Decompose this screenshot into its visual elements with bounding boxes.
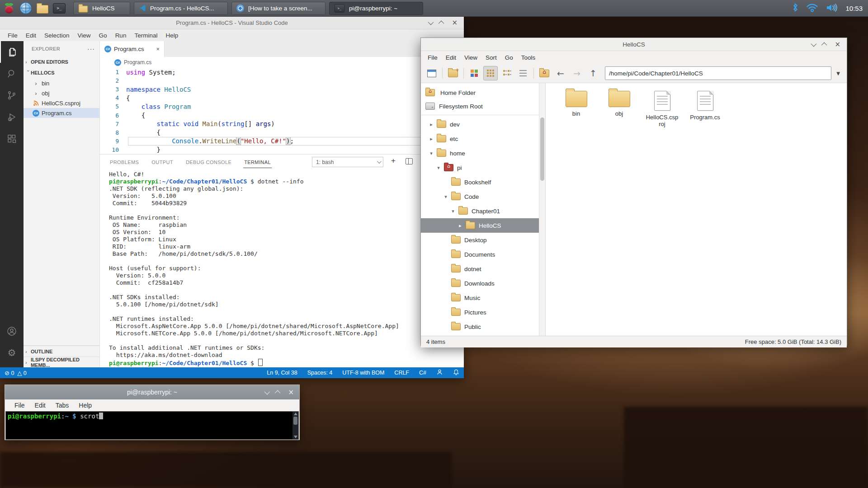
status-item[interactable]: CRLF [394,370,409,376]
fm-file-obj[interactable]: obj [598,91,641,117]
taskbar-window-vscode[interactable]: Program.cs - HelloCS... [134,2,228,15]
breadcrumb[interactable]: C# Program.cs [100,57,464,68]
scrollbar-thumb[interactable] [293,417,297,425]
taskbar-window-folder[interactable]: HelloCS [73,2,130,15]
outline-section[interactable]: ›OUTLINE [24,346,99,357]
terminal-launcher-icon[interactable] [52,1,67,15]
fm-titlebar[interactable]: HelloCS × [421,38,847,51]
code-editor[interactable]: 1using System;23namespace HelloCS4{5 cla… [100,68,464,154]
view-thumbnails-button[interactable] [467,66,481,80]
path-dropdown-button[interactable]: ▼ [833,67,843,80]
status-item[interactable]: Spaces: 4 [307,370,333,376]
view-icons-button[interactable] [483,66,498,80]
run-debug-icon[interactable] [0,106,24,128]
place-filesystem-root[interactable]: Filesystem Root [421,99,545,113]
panel-tab-problems[interactable]: PROBLEMS [109,157,140,168]
menu-item-view[interactable]: View [460,54,481,61]
panel-tab-terminal[interactable]: TERMINAL [243,157,272,168]
fm-tree-public[interactable]: Public [421,319,545,334]
tree-expander-icon[interactable]: ▸ [457,223,463,229]
tree-expander-icon[interactable]: ▸ [428,122,434,127]
menu-item-run[interactable]: Run [111,32,131,39]
clock[interactable]: 10:53 [845,5,863,12]
settings-gear-icon[interactable]: ⚙ [0,342,24,364]
menu-item-help[interactable]: Help [74,402,97,409]
fm-tree-etc[interactable]: ▸etc [421,131,545,146]
split-terminal-icon[interactable] [406,158,413,164]
menu-item-tabs[interactable]: Tabs [51,402,74,409]
tab-program-cs[interactable]: C# Program.cs × [100,41,165,57]
fm-tree-bookshelf[interactable]: Bookshelf [421,175,545,189]
fm-file-HelloCS.csproj[interactable]: HelloCS.csp roj [641,91,684,127]
back-button[interactable]: ← [553,66,568,80]
new-folder-button[interactable] [446,66,460,80]
tree-expander-icon[interactable]: ▾ [428,150,434,156]
explorer-item-obj[interactable]: ›obj [24,88,99,98]
fm-tree-code[interactable]: ▾Code [421,189,545,204]
close-icon[interactable]: × [835,42,840,46]
fm-tree-documents[interactable]: Documents [421,247,545,262]
fm-tree-music[interactable]: Music [421,291,545,305]
new-window-button[interactable] [425,66,439,80]
menu-item-go[interactable]: Go [95,32,111,39]
problems-status[interactable]: ⊘ 0 △ 0 [5,370,27,376]
fm-sidebar-scrollbar[interactable] [539,83,545,336]
web-browser-icon[interactable] [18,1,33,15]
explorer-icon[interactable] [0,41,24,63]
menu-item-terminal[interactable]: Terminal [130,32,161,39]
scroll-down-icon[interactable] [294,436,297,438]
fm-tree-pi[interactable]: ▾pi [421,160,545,175]
tree-expander-icon[interactable]: ▾ [435,165,442,171]
account-icon[interactable] [0,320,24,342]
menu-item-tools[interactable]: Tools [517,54,540,61]
menu-item-edit[interactable]: Edit [442,54,460,61]
status-item[interactable]: UTF-8 with BOM [342,370,384,376]
fm-file-bin[interactable]: bin [555,91,598,117]
extensions-icon[interactable] [0,128,24,150]
tree-expander-icon[interactable]: ▸ [428,136,434,142]
terminal-content[interactable]: pi@raspberrypi:~ $ scrot [5,411,299,440]
file-manager-icon[interactable] [35,1,50,15]
status-item[interactable]: Ln 9, Col 38 [267,370,297,376]
tree-expander-icon[interactable]: ▾ [450,208,456,214]
tab-close-icon[interactable]: × [156,46,160,52]
fm-tree-dotnet[interactable]: dotnet [421,262,545,276]
fm-tree-chapter01[interactable]: ▾Chapter01 [421,204,545,218]
explorer-actions-icon[interactable]: ··· [87,45,95,52]
menu-item-selection[interactable]: Selection [40,32,74,39]
place-home-folder[interactable]: Home Folder [421,86,545,99]
fm-tree-downloads[interactable]: Downloads [421,276,545,291]
menu-item-help[interactable]: Help [161,32,182,39]
bluetooth-icon[interactable] [793,3,798,14]
fm-file-Program.cs[interactable]: Program.cs [684,91,726,121]
forward-button[interactable]: → [570,66,584,80]
taskbar-window-chromium[interactable]: [How to take a screen... [231,2,326,15]
source-control-icon[interactable] [0,84,24,106]
explorer-item-bin[interactable]: ›bin [24,78,99,88]
menu-item-view[interactable]: View [74,32,95,39]
view-detailed-button[interactable] [516,66,530,80]
terminal-scrollbar[interactable] [292,412,298,439]
up-button[interactable]: ↑ [586,66,600,80]
menu-item-file[interactable]: File [9,402,30,409]
fm-file-view[interactable]: binobjHelloCS.csp rojProgram.cs [546,83,847,336]
fm-tree-desktop[interactable]: Desktop [421,233,545,247]
menu-item-file[interactable]: File [4,32,22,39]
ilspy-section[interactable]: ›ILSPY DECOMPILED MEMB... [24,357,99,367]
fm-tree-hellocs[interactable]: ▸HelloCS [421,218,545,233]
bell-icon[interactable] [453,369,459,377]
new-terminal-button[interactable]: + [391,156,396,165]
path-input[interactable]: /home/pi/Code/Chapter01/HelloCS [605,66,831,80]
integrated-terminal[interactable]: Hello, C#!pi@raspberrypi:~/Code/Chapter0… [100,169,464,367]
menu-raspberry-icon[interactable] [1,1,17,15]
taskbar-window-terminal[interactable]: pi@raspberrypi: ~ [329,2,423,15]
menu-item-go[interactable]: Go [501,54,517,61]
panel-tab-output[interactable]: OUTPUT [151,157,174,168]
tree-expander-icon[interactable]: ▾ [443,194,449,200]
vscode-titlebar[interactable]: Program.cs - HelloCS - Visual Studio Cod… [0,16,464,29]
open-editors-section[interactable]: ›OPEN EDITORS [24,56,99,67]
explorer-item-program.cs[interactable]: C#Program.cs [24,108,99,118]
scroll-up-icon[interactable] [294,413,297,415]
panel-tab-debug-console[interactable]: DEBUG CONSOLE [185,157,232,168]
project-section[interactable]: ›HELLOCS [24,67,99,78]
